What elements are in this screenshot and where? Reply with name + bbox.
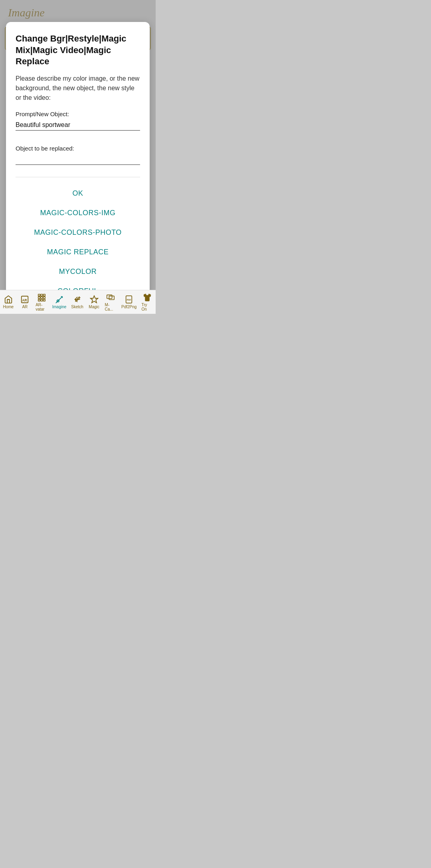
nav-item-tryon[interactable]: Try On bbox=[139, 291, 156, 313]
mycolor-button[interactable]: MYCOLOR bbox=[16, 262, 140, 281]
home-icon bbox=[4, 295, 13, 304]
nav-item-mca[interactable]: M-Ca... bbox=[102, 291, 119, 313]
modal-description: Please describe my color image, or the n… bbox=[16, 74, 140, 103]
nav-item-imagine[interactable]: Imagine bbox=[50, 293, 69, 311]
modal-overlay: Change Bgr|Restyle|Magic Mix|Magic Video… bbox=[0, 0, 156, 290]
imagine-icon bbox=[55, 295, 64, 304]
prompt-label: Prompt/New Object: bbox=[16, 111, 140, 117]
svg-rect-10 bbox=[43, 299, 45, 301]
nav-label-mca: M-Ca... bbox=[105, 303, 117, 311]
svg-rect-7 bbox=[43, 297, 45, 299]
ok-button[interactable]: OK bbox=[16, 184, 140, 203]
nav-label-arvatar: AR-vatar bbox=[36, 303, 47, 311]
svg-marker-16 bbox=[91, 296, 98, 303]
svg-text:PDF: PDF bbox=[127, 299, 132, 301]
object-field-group: Object to be replaced: bbox=[16, 145, 140, 173]
svg-text:AR: AR bbox=[22, 299, 27, 302]
ar-icon: AR bbox=[20, 295, 29, 304]
modal-title: Change Bgr|Restyle|Magic Mix|Magic Video… bbox=[16, 33, 140, 67]
svg-rect-2 bbox=[38, 294, 40, 296]
svg-rect-5 bbox=[38, 297, 40, 299]
bottom-navigation: Home AR AR AR-vatar Imagin bbox=[0, 290, 156, 314]
svg-rect-17 bbox=[107, 295, 112, 298]
nav-label-imagine: Imagine bbox=[52, 305, 67, 309]
svg-rect-18 bbox=[109, 296, 115, 299]
nav-label-ar: AR bbox=[22, 305, 28, 309]
magic-icon bbox=[90, 295, 99, 304]
divider bbox=[16, 177, 140, 177]
nav-label-pdf2png: Pdf2Png bbox=[121, 305, 136, 309]
object-input[interactable] bbox=[16, 154, 140, 165]
prompt-input[interactable] bbox=[16, 120, 140, 131]
nav-item-arvatar[interactable]: AR-vatar bbox=[33, 291, 50, 313]
nav-item-pdf2png[interactable]: PDF Pdf2Png bbox=[119, 293, 139, 311]
nav-item-ar[interactable]: AR AR bbox=[17, 293, 34, 311]
arvatar-icon bbox=[37, 293, 46, 302]
magic-replace-button[interactable]: MAGIC REPLACE bbox=[16, 242, 140, 262]
prompt-field-group: Prompt/New Object: bbox=[16, 111, 140, 139]
modal-dialog: Change Bgr|Restyle|Magic Mix|Magic Video… bbox=[6, 22, 150, 314]
svg-rect-9 bbox=[41, 299, 43, 301]
nav-label-tryon: Try On bbox=[141, 303, 153, 311]
pdf-icon: PDF bbox=[125, 295, 133, 304]
svg-rect-6 bbox=[41, 297, 43, 299]
svg-rect-3 bbox=[41, 294, 43, 296]
nav-item-home[interactable]: Home bbox=[0, 293, 17, 311]
sketch-icon bbox=[73, 295, 82, 304]
nav-label-magic: Magic bbox=[89, 305, 99, 309]
object-label: Object to be replaced: bbox=[16, 145, 140, 152]
svg-rect-8 bbox=[38, 299, 40, 301]
magic-colors-img-button[interactable]: MAGIC-COLORS-IMG bbox=[16, 203, 140, 223]
mca-icon bbox=[106, 293, 115, 302]
svg-rect-4 bbox=[43, 294, 45, 296]
magic-colors-photo-button[interactable]: MAGIC-COLORS-PHOTO bbox=[16, 223, 140, 242]
nav-label-home: Home bbox=[3, 305, 14, 309]
nav-item-magic[interactable]: Magic bbox=[86, 293, 103, 311]
nav-label-sketch: Sketch bbox=[71, 305, 83, 309]
shirt-icon bbox=[143, 293, 152, 302]
nav-item-sketch[interactable]: Sketch bbox=[69, 293, 86, 311]
svg-line-15 bbox=[55, 302, 57, 303]
